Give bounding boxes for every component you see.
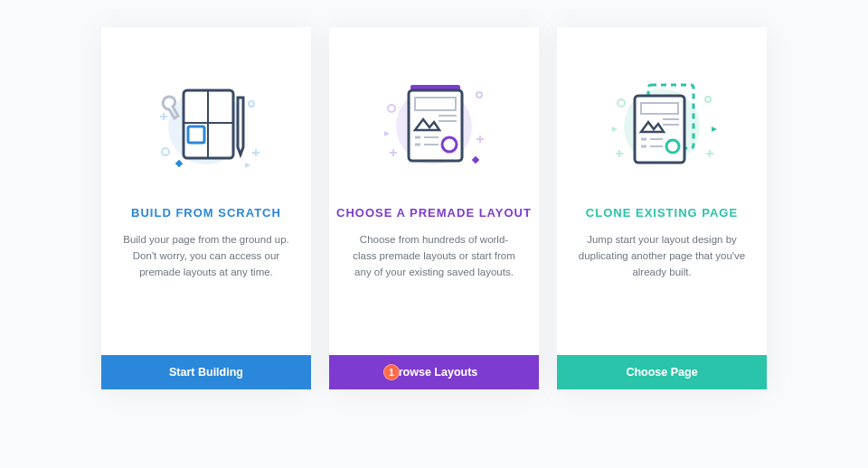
card-title: CLONE EXISTING PAGE [586,206,738,220]
button-label: Choose Page [626,366,697,379]
button-label: Browse Layouts [391,366,478,379]
scratch-illustration [101,27,311,181]
svg-rect-21 [472,156,479,164]
clone-illustration [557,27,767,181]
card-build-from-scratch: BUILD FROM SCRATCH Build your page from … [101,27,311,389]
step-badge: 1 [383,364,400,380]
svg-point-19 [388,105,395,112]
svg-point-5 [162,148,169,155]
start-building-button[interactable]: Start Building [101,355,311,389]
card-title: CHOOSE A PREMADE LAYOUT [336,206,532,220]
browse-layouts-button[interactable]: 1 Browse Layouts [329,355,539,389]
card-title: BUILD FROM SCRATCH [131,206,281,220]
premade-illustration [329,27,539,181]
card-clone-page: CLONE EXISTING PAGE Jump start your layo… [557,27,767,389]
svg-point-33 [618,99,625,107]
choose-page-button[interactable]: Choose Page [557,355,767,389]
card-description: Jump start your layout design by duplica… [557,220,767,296]
svg-point-20 [476,92,482,98]
svg-point-6 [249,101,254,107]
card-description: Choose from hundreds of world-class prem… [329,220,539,296]
card-premade-layout: CHOOSE A PREMADE LAYOUT Choose from hund… [329,27,539,389]
button-label: Start Building [169,366,243,379]
svg-point-34 [705,97,711,102]
svg-rect-7 [175,160,183,167]
card-description: Build your page from the ground up. Don'… [101,220,311,296]
option-cards-row: BUILD FROM SCRATCH Build your page from … [0,0,868,389]
